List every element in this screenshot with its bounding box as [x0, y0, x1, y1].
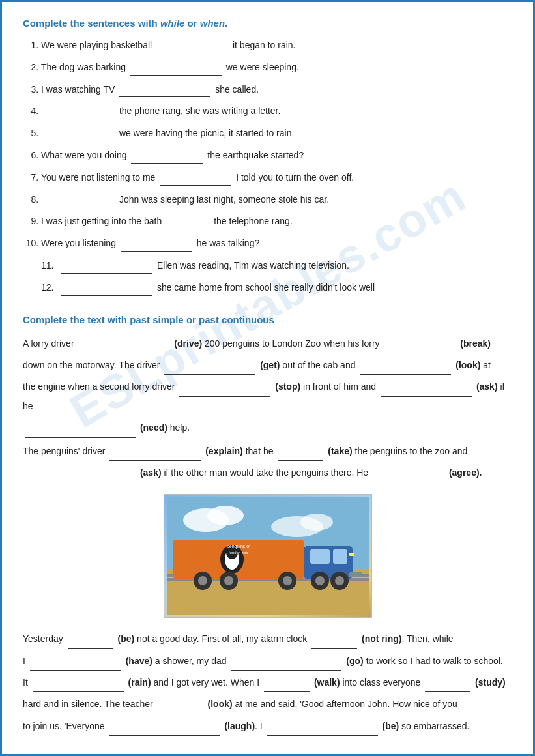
while-keyword: while: [160, 18, 185, 29]
para3-line3: It (rain) and I got very wet. When I (wa…: [23, 673, 512, 692]
sentence-text: I told you to turn the oven off.: [236, 172, 354, 182]
sentence-list: We were playing basketball it began to r…: [41, 38, 512, 252]
svg-point-23: [315, 576, 325, 585]
svg-rect-14: [333, 549, 347, 564]
list-item: we were having the picnic, it started to…: [41, 126, 512, 141]
list-item: I was watching TV she called.: [41, 82, 512, 98]
blank-input[interactable]: [381, 386, 472, 397]
section1-title-end: .: [225, 18, 227, 29]
blank-input[interactable]: [231, 660, 341, 671]
list-item: The dog was barking we were sleeping.: [41, 60, 512, 76]
item-11-content: Ellen was reading, Tim was watching tele…: [59, 258, 349, 274]
blank-input[interactable]: [109, 450, 201, 461]
sentence-text: she called.: [215, 84, 259, 94]
para1-cont: down on the motorway. The driver (get) o…: [23, 356, 512, 375]
section2-text: A lorry driver (drive) 200 penguins to L…: [23, 334, 512, 483]
section2-title: Complete the text with past simple or pa…: [23, 314, 512, 325]
para2-cont: (ask) if the other man would take the pe…: [23, 463, 512, 482]
blank-input[interactable]: [267, 725, 378, 736]
item-12-num: 12.: [41, 280, 59, 296]
items-11-12: 11. Ellen was reading, Tim was watching …: [41, 258, 512, 296]
svg-point-5: [300, 514, 333, 531]
section3-text: Yesterday (be) not a good day. First of …: [23, 630, 512, 736]
blank-input[interactable]: [43, 109, 115, 119]
svg-point-17: [198, 576, 207, 585]
svg-rect-15: [349, 572, 362, 577]
truck-image-container: penguins of london zoo: [23, 494, 512, 618]
sentence-text: we were having the picnic, it started to…: [119, 128, 294, 138]
blank-input[interactable]: [131, 153, 203, 164]
blank-input[interactable]: [425, 682, 470, 692]
sentence-text: she came home from school she really did…: [157, 282, 375, 293]
blank-input[interactable]: [384, 343, 455, 353]
list-item: the phone rang, she was writing a letter…: [41, 104, 512, 119]
sentence-text: Ellen was reading, Tim was watching tele…: [157, 260, 349, 270]
list-item: Were you listening he was talking?: [41, 236, 512, 252]
sentence-text: I was just getting into the bath: [41, 216, 162, 226]
para1-cont2: the engine when a second lorry driver (s…: [23, 377, 512, 416]
svg-point-19: [224, 576, 233, 585]
sentence-text: it began to rain.: [233, 40, 296, 50]
blank-input[interactable]: [264, 682, 310, 692]
section1: Complete the sentences with while or whe…: [23, 18, 512, 296]
blank-input[interactable]: [360, 364, 451, 375]
section1-title-text1: Complete the sentences with: [23, 18, 160, 29]
blank-input[interactable]: [61, 285, 152, 296]
sentence-text: the phone rang, she was writing a letter…: [119, 106, 280, 116]
section1-title-text2: or: [184, 18, 199, 29]
blank-input[interactable]: [25, 472, 136, 482]
svg-rect-26: [349, 553, 354, 556]
blank-input[interactable]: [164, 364, 255, 375]
para1: A lorry driver (drive) 200 penguins to L…: [23, 334, 512, 353]
sentence-text: You were not listening to me: [41, 172, 155, 182]
blank-input[interactable]: [130, 65, 222, 76]
para3-line1: Yesterday (be) not a good day. First of …: [23, 630, 512, 648]
svg-point-25: [335, 576, 344, 585]
blank-input[interactable]: [164, 219, 209, 229]
blank-input[interactable]: [156, 43, 228, 53]
blank-input[interactable]: [160, 175, 231, 186]
blank-input[interactable]: [158, 704, 203, 714]
section2: Complete the text with past simple or pa…: [23, 314, 512, 618]
para1-cont3: (need) help.: [23, 418, 512, 437]
para3-line4: hard and in silence. The teacher (look) …: [23, 695, 512, 714]
sentence-text: Were you listening: [41, 238, 116, 248]
list-item: We were playing basketball it began to r…: [41, 38, 512, 53]
blank-input[interactable]: [109, 725, 220, 736]
sentence-text: We were playing basketball: [41, 40, 152, 50]
truck-svg: penguins of london zoo: [167, 497, 369, 615]
list-item: You were not listening to me I told you …: [41, 170, 512, 186]
blank-input[interactable]: [121, 241, 192, 252]
blank-input[interactable]: [25, 428, 136, 438]
blank-input[interactable]: [33, 682, 124, 692]
sentence-text: What were you doing: [41, 150, 127, 160]
blank-input[interactable]: [43, 131, 115, 141]
section3: Yesterday (be) not a good day. First of …: [23, 630, 512, 736]
blank-input[interactable]: [30, 660, 121, 671]
blank-input[interactable]: [78, 343, 169, 353]
truck-image: penguins of london zoo: [164, 494, 372, 618]
sentence-text: I was watching TV: [41, 84, 115, 94]
item-12-content: she came home from school she really did…: [59, 280, 375, 296]
blank-input[interactable]: [278, 450, 323, 461]
list-item: John was sleeping last night, someone st…: [41, 192, 512, 208]
list-item: I was just getting into the bath the tel…: [41, 214, 512, 229]
sentence-text: the telephone rang.: [214, 216, 293, 226]
blank-input[interactable]: [119, 87, 210, 97]
blank-input[interactable]: [373, 472, 444, 482]
item-11-num: 11.: [41, 258, 59, 274]
para3-line2: I (have) a shower, my dad (go) to work s…: [23, 652, 512, 671]
blank-input[interactable]: [311, 639, 357, 649]
section1-title: Complete the sentences with while or whe…: [23, 18, 512, 29]
blank-input[interactable]: [43, 197, 115, 207]
svg-text:london zoo: london zoo: [229, 551, 248, 555]
sentence-text: we were sleeping.: [226, 62, 299, 72]
svg-rect-13: [310, 549, 330, 564]
sentence-text: the earthquake started?: [207, 150, 304, 160]
when-keyword: when: [200, 18, 225, 29]
blank-input[interactable]: [61, 263, 152, 274]
blank-input[interactable]: [179, 386, 270, 397]
sentence-text: John was sleeping last night, someone st…: [119, 194, 329, 205]
blank-input[interactable]: [68, 639, 113, 649]
svg-text:penguins of: penguins of: [226, 544, 250, 549]
